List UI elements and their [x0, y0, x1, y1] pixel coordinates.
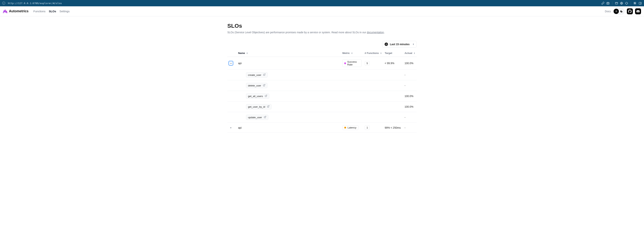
function-chip[interactable]: update_user [246, 115, 268, 120]
actual-value: - [403, 112, 417, 123]
table-row: delete_user - [227, 80, 417, 91]
external-link-icon [267, 105, 270, 108]
table-row: ▸ api Latency 1 99% < 250ms - [227, 123, 417, 133]
metric-badge: Success Rate [342, 59, 362, 67]
external-link-icon [263, 73, 266, 76]
slo-name: api [237, 123, 341, 133]
clock-icon [384, 43, 388, 46]
actual-value: - [403, 70, 417, 80]
slo-name: api [237, 57, 341, 70]
metric-swatch-icon [344, 62, 346, 64]
col-header-actual[interactable]: Actual ▲▼ [403, 49, 417, 57]
table-row: get_all_users 100.0% [227, 91, 417, 102]
sort-icon: ▲▼ [414, 52, 415, 54]
function-chip[interactable]: create_user [246, 72, 268, 78]
slo-table: Name ▲▼ Metric ▲▼ # Functions ▲▼ Target … [227, 49, 417, 133]
stepper-icon: ▲▼ [412, 43, 414, 45]
globe-icon[interactable] [620, 2, 623, 5]
url-text: http://127.0.0.1:6789/explorer/#/slos [8, 2, 62, 5]
metric-badge: Latency [342, 125, 358, 130]
svg-point-1 [608, 3, 608, 4]
actual-value: 100.0% [403, 91, 417, 102]
browser-extensions [601, 1, 642, 5]
table-row: create_user - [227, 70, 417, 80]
function-name: get_user_by_id [248, 105, 265, 108]
target-value: < 99.9% [383, 57, 403, 70]
col-header-name[interactable]: Name ▲▼ [237, 49, 341, 57]
external-link-icon [264, 116, 266, 119]
info-icon[interactable]: i [2, 2, 5, 5]
metric-label: Latency [348, 126, 356, 129]
function-count: 1 [365, 125, 370, 130]
nav-functions[interactable]: Functions [33, 10, 46, 13]
function-name: delete_user [248, 84, 261, 87]
theme-dark-option[interactable] [619, 9, 624, 14]
docs-link[interactable]: Docs [605, 10, 611, 13]
link-icon[interactable] [601, 2, 604, 5]
github-link[interactable] [627, 8, 633, 14]
svg-point-4 [626, 2, 628, 4]
actual-value: 100.0% [403, 102, 417, 112]
page-title: SLOs [227, 23, 417, 29]
documentation-link[interactable]: documentation [367, 31, 384, 34]
function-name: create_user [248, 74, 261, 76]
main-content: SLOs SLOs (Service Level Objectives) are… [227, 16, 417, 140]
col-header-metric[interactable]: Metric ▲▼ [341, 49, 363, 57]
browser-url-bar: i http://127.0.0.1:6789/explorer/#/slos [0, 0, 644, 6]
col-header-functions[interactable]: # Functions ▲▼ [363, 49, 383, 57]
metric-swatch-icon [344, 127, 346, 128]
page-subtitle: SLOs (Service Level Objectives) are perf… [227, 31, 417, 34]
expand-toggle[interactable]: ▾ [229, 61, 233, 65]
brand-logo-icon [3, 9, 8, 13]
function-chip[interactable]: get_user_by_id [246, 104, 272, 109]
expand-toggle[interactable]: ▸ [229, 126, 233, 130]
time-range-picker[interactable]: Last 15 minutes ▲▼ [382, 41, 417, 48]
external-link-icon [265, 95, 267, 98]
sun-icon [615, 10, 618, 13]
svg-point-6 [616, 11, 617, 12]
time-range-label: Last 15 minutes [390, 43, 410, 46]
brand-name: Autometrics [9, 9, 28, 13]
function-name: update_user [248, 116, 262, 119]
function-chip[interactable]: delete_user [246, 83, 268, 88]
app-header: Autometrics Functions SLOs Settings Docs [0, 6, 644, 16]
sidebar-icon[interactable] [638, 2, 642, 5]
target-value: 99% < 250ms [383, 123, 403, 133]
github-icon [628, 9, 632, 13]
panel-icon[interactable] [615, 2, 618, 5]
discord-link[interactable] [635, 8, 641, 14]
function-count: 5 [365, 61, 370, 65]
actual-value: 100.0% [403, 57, 417, 70]
col-header-target: Target [383, 49, 403, 57]
actual-value: - [403, 80, 417, 91]
table-row: update_user - [227, 112, 417, 123]
table-row: get_user_by_id 100.0% [227, 102, 417, 112]
theme-light-option[interactable] [614, 9, 619, 14]
svg-rect-2 [615, 2, 618, 4]
target-icon[interactable] [625, 2, 628, 5]
actual-value: - [403, 123, 417, 133]
metric-label: Success Rate [347, 60, 360, 66]
moon-icon [620, 10, 623, 13]
sort-icon: ▲▼ [351, 52, 353, 54]
sort-icon: ▲▼ [380, 52, 382, 54]
nav-settings[interactable]: Settings [60, 10, 70, 13]
svg-rect-5 [639, 2, 642, 4]
function-name: get_all_users [248, 95, 263, 98]
main-nav: Functions SLOs Settings [33, 10, 70, 13]
table-row: ▾ api Success Rate 5 < 99.9% 100.0% [227, 57, 417, 70]
external-link-icon [263, 84, 265, 87]
camera-icon[interactable] [606, 2, 610, 5]
discord-icon [636, 9, 640, 13]
sort-icon: ▲▼ [246, 52, 248, 54]
brand[interactable]: Autometrics [3, 9, 28, 13]
puzzle-icon[interactable] [634, 2, 637, 5]
nav-slos[interactable]: SLOs [49, 10, 56, 13]
theme-toggle[interactable] [613, 8, 624, 14]
function-chip[interactable]: get_all_users [246, 94, 269, 99]
